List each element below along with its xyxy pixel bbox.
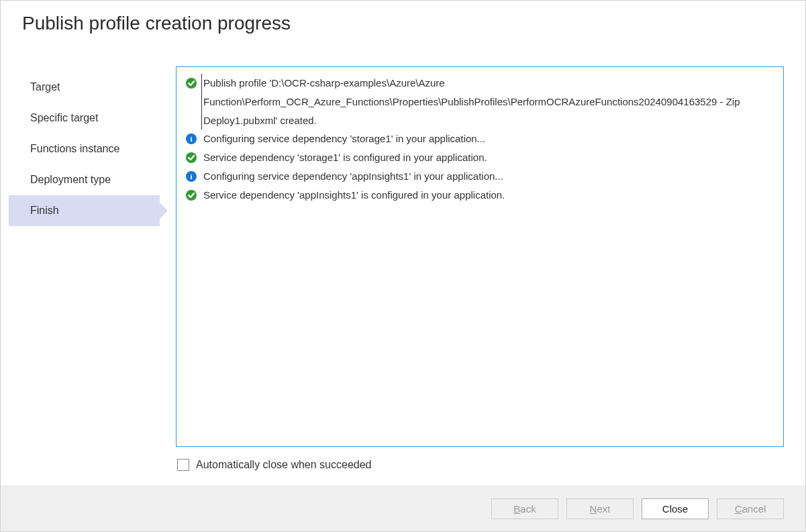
log-entry: iConfiguring service dependency 'storage… xyxy=(186,129,774,148)
log-entry: Service dependency 'appInsights1' is con… xyxy=(186,186,774,205)
log-entry: Service dependency 'storage1' is configu… xyxy=(186,148,774,167)
back-button[interactable]: Back xyxy=(491,498,558,519)
svg-point-6 xyxy=(186,190,197,201)
log-text: Publish profile 'D:\OCR-csharp-examples\… xyxy=(201,74,774,129)
sidebar-item-functions-instance[interactable]: Functions instance xyxy=(9,134,160,164)
info-icon: i xyxy=(186,134,197,144)
success-icon xyxy=(186,78,197,89)
info-icon: i xyxy=(186,171,197,182)
log-text: Service dependency 'storage1' is configu… xyxy=(203,148,774,167)
dialog-header: Publish profile creation progress xyxy=(1,1,805,40)
svg-point-0 xyxy=(186,78,197,89)
auto-close-checkbox[interactable] xyxy=(177,459,189,471)
svg-text:i: i xyxy=(190,172,192,180)
wizard-sidebar: TargetSpecific targetFunctions instanceD… xyxy=(9,66,160,478)
success-icon xyxy=(186,190,197,201)
auto-close-label: Automatically close when succeeded xyxy=(196,459,371,471)
content-area: TargetSpecific targetFunctions instanceD… xyxy=(1,40,805,486)
page-title: Publish profile creation progress xyxy=(22,13,784,34)
cancel-button[interactable]: Cancel xyxy=(717,498,784,519)
svg-text:i: i xyxy=(190,135,192,143)
sidebar-item-target[interactable]: Target xyxy=(9,72,160,103)
log-text: Configuring service dependency 'storage1… xyxy=(203,129,774,148)
svg-point-3 xyxy=(186,152,197,163)
next-button[interactable]: Next xyxy=(566,498,634,519)
success-icon xyxy=(186,152,197,163)
sidebar-item-deployment-type[interactable]: Deployment type xyxy=(9,164,160,195)
back-button-rest: ack xyxy=(520,503,536,515)
dialog-footer: Back Next Close Cancel xyxy=(1,486,805,531)
main-panel: Publish profile 'D:\OCR-csharp-examples\… xyxy=(160,66,784,478)
close-button[interactable]: Close xyxy=(642,498,709,519)
auto-close-row: Automatically close when succeeded xyxy=(176,447,784,478)
sidebar-item-specific-target[interactable]: Specific target xyxy=(9,103,160,134)
log-text: Configuring service dependency 'appInsig… xyxy=(203,167,774,186)
log-text: Service dependency 'appInsights1' is con… xyxy=(203,186,774,205)
progress-log[interactable]: Publish profile 'D:\OCR-csharp-examples\… xyxy=(176,66,784,447)
log-entry: Publish profile 'D:\OCR-csharp-examples\… xyxy=(186,74,774,129)
log-entry: iConfiguring service dependency 'appInsi… xyxy=(186,167,774,186)
next-button-rest: ext xyxy=(597,503,610,515)
cancel-button-rest: ancel xyxy=(742,503,766,515)
sidebar-item-finish[interactable]: Finish xyxy=(9,195,160,226)
